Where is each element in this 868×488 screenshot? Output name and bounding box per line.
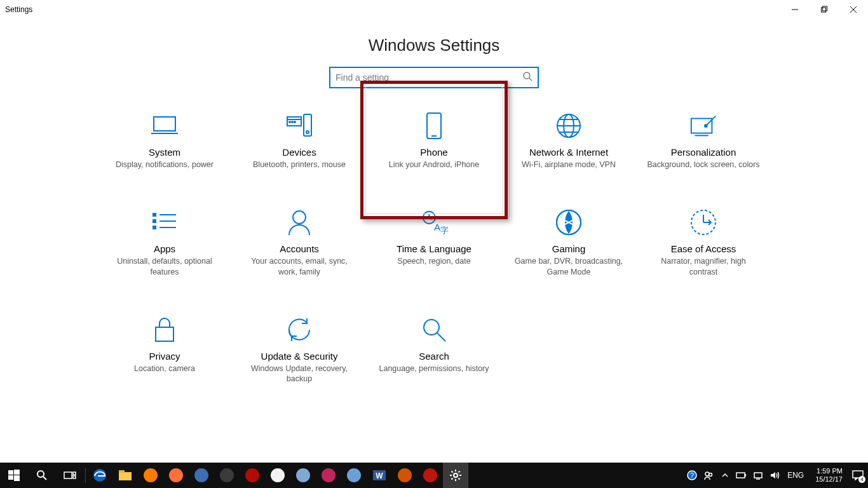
page-title: Windows Settings xyxy=(0,36,868,55)
tray-date: 15/12/17 xyxy=(815,475,843,484)
minimize-button[interactable] xyxy=(780,0,810,19)
search-box[interactable] xyxy=(329,67,539,88)
taskbar-apps: W xyxy=(87,463,468,488)
taskbar-app-paint[interactable] xyxy=(290,463,316,488)
taskbar-app-acrobat[interactable] xyxy=(240,463,265,488)
start-button[interactable] xyxy=(0,463,28,488)
tray-network-icon[interactable] xyxy=(752,469,764,482)
title-bar: Settings xyxy=(0,0,868,19)
tray-language[interactable]: ENG xyxy=(785,471,806,480)
svg-line-25 xyxy=(706,116,715,126)
category-system[interactable]: System Display, notifications, power xyxy=(101,111,228,170)
svg-rect-74 xyxy=(736,473,745,478)
accounts-icon xyxy=(285,208,314,237)
tray-battery-icon[interactable] xyxy=(735,469,748,482)
category-time[interactable]: A字 Time & Language Speech, region, date xyxy=(370,208,498,277)
category-personalization[interactable]: Personalization Background, lock screen,… xyxy=(640,111,767,170)
category-network[interactable]: Network & Internet Wi-Fi, airplane mode,… xyxy=(505,111,632,170)
settings-grid: System Display, notifications, power Dev… xyxy=(97,111,771,384)
category-desc: Narrator, magnifier, high contrast xyxy=(646,256,761,277)
maximize-button[interactable] xyxy=(810,0,839,19)
system-tray: ? ENG 1:59 PM 15/12/17 4 xyxy=(686,467,868,483)
tray-people-icon[interactable] xyxy=(702,469,715,482)
system-icon xyxy=(150,111,179,140)
tray-clock[interactable]: 1:59 PM 15/12/17 xyxy=(810,467,848,483)
taskbar-app-explorer[interactable] xyxy=(112,463,138,488)
category-accounts[interactable]: Accounts Your accounts, email, sync, wor… xyxy=(236,208,363,277)
category-name: Accounts xyxy=(280,243,319,254)
category-phone[interactable]: Phone Link your Android, iPhone xyxy=(370,111,498,170)
edge-icon xyxy=(93,468,107,482)
category-name: System xyxy=(149,147,180,158)
tray-chevron-up-icon[interactable] xyxy=(719,469,731,482)
svg-line-67 xyxy=(459,478,460,480)
category-name: Privacy xyxy=(149,351,180,362)
svg-rect-49 xyxy=(8,475,13,480)
time-icon: A字 xyxy=(419,208,449,237)
gear-icon xyxy=(449,469,462,482)
category-desc: Your accounts, email, sync, work, family xyxy=(242,256,356,277)
category-devices[interactable]: Devices Bluetooth, printers, mouse xyxy=(236,111,363,170)
category-name: Network & Internet xyxy=(529,147,608,158)
search-input[interactable] xyxy=(336,72,522,83)
app-icon xyxy=(245,468,259,482)
category-desc: Uninstall, defaults, optional features xyxy=(107,256,222,277)
category-desc: Link your Android, iPhone xyxy=(389,159,479,170)
taskbar-app-xiu[interactable] xyxy=(316,463,341,488)
task-view-button[interactable] xyxy=(56,463,84,488)
folder-icon xyxy=(118,470,132,481)
category-desc: Location, camera xyxy=(134,363,195,374)
category-desc: Speech, region, date xyxy=(397,256,470,266)
taskbar-app-reader[interactable] xyxy=(189,463,214,488)
word-icon: W xyxy=(372,468,386,482)
category-name: Update & Security xyxy=(261,351,338,362)
taskbar-divider xyxy=(85,468,86,483)
svg-rect-55 xyxy=(73,476,76,478)
taskbar-search-button[interactable] xyxy=(28,463,56,488)
notification-badge: 4 xyxy=(858,476,865,483)
task-view-icon xyxy=(64,470,76,480)
app-icon xyxy=(220,468,234,482)
phone-icon xyxy=(419,111,449,140)
svg-rect-54 xyxy=(73,472,76,475)
svg-rect-11 xyxy=(304,114,311,136)
svg-rect-57 xyxy=(119,472,132,480)
svg-rect-2 xyxy=(823,6,827,11)
tray-action-center[interactable]: 4 xyxy=(851,469,864,482)
category-name: Ease of Access xyxy=(671,243,736,254)
category-ease[interactable]: Ease of Access Narrator, magnifier, high… xyxy=(640,208,767,277)
taskbar-app-edge[interactable] xyxy=(87,463,112,488)
taskbar-app-notes[interactable] xyxy=(341,463,367,488)
apps-icon xyxy=(150,208,179,237)
taskbar-app-firefox[interactable] xyxy=(163,463,189,488)
svg-rect-58 xyxy=(119,470,125,473)
taskbar-app-ringred[interactable] xyxy=(417,463,443,488)
taskbar-app-word[interactable]: W xyxy=(367,463,392,488)
window-title: Settings xyxy=(5,5,32,14)
category-search[interactable]: Search Language, permissions, history xyxy=(370,315,498,384)
category-desc: Bluetooth, printers, mouse xyxy=(253,159,346,170)
taskbar-app-chromeA[interactable] xyxy=(214,463,240,488)
update-icon xyxy=(285,315,314,344)
category-apps[interactable]: Apps Uninstall, defaults, optional featu… xyxy=(101,208,228,277)
taskbar-app-settings[interactable] xyxy=(443,463,468,488)
category-privacy[interactable]: Privacy Location, camera xyxy=(101,315,228,384)
tray-volume-icon[interactable] xyxy=(768,469,781,482)
category-gaming[interactable]: Gaming Game bar, DVR, broadcasting, Game… xyxy=(505,208,632,277)
taskbar-app-media[interactable] xyxy=(138,463,163,488)
windows-icon xyxy=(8,470,20,481)
category-name: Personalization xyxy=(671,147,736,158)
svg-point-51 xyxy=(37,471,44,477)
svg-rect-7 xyxy=(154,117,175,131)
svg-rect-47 xyxy=(8,470,13,475)
search-wrap xyxy=(0,67,868,88)
app-icon xyxy=(169,468,183,482)
svg-text:W: W xyxy=(376,471,383,480)
category-update[interactable]: Update & Security Windows Update, recove… xyxy=(236,315,363,384)
taskbar-app-orange[interactable] xyxy=(392,463,417,488)
tray-help-icon[interactable]: ? xyxy=(686,469,698,482)
close-button[interactable] xyxy=(839,0,868,19)
category-desc: Game bar, DVR, broadcasting, Game Mode xyxy=(512,256,626,277)
taskbar-app-chrome[interactable] xyxy=(265,463,290,488)
search-icon xyxy=(419,315,449,344)
